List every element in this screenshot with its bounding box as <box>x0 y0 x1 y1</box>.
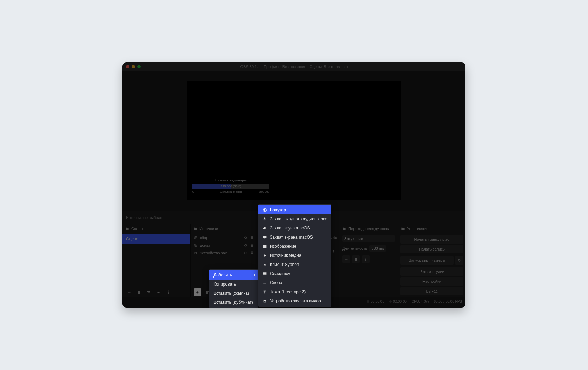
start-record-button[interactable]: Начать запись <box>400 245 463 253</box>
eye-icon[interactable] <box>244 235 248 240</box>
svg-point-9 <box>365 259 366 260</box>
menu-text[interactable]: Текст (FreeType 2) <box>258 287 331 296</box>
menu-browser[interactable]: Браузер <box>258 205 331 214</box>
svg-point-0 <box>168 290 169 291</box>
donation-amount: 125 000 (50%) <box>220 185 241 188</box>
more-icon <box>364 257 368 261</box>
menu-audio-input[interactable]: Захват входного аудиопотока <box>258 214 331 224</box>
menu-image[interactable]: Изображение <box>258 242 331 251</box>
lock-icon[interactable] <box>250 235 254 240</box>
controls-header: Управление <box>398 224 465 234</box>
transitions-header: Переходы между сцена... <box>340 224 398 234</box>
donation-widget: На новую видеокарту 125 000 (50%) 0 Оста… <box>192 179 270 193</box>
lock-icon[interactable] <box>250 243 254 247</box>
donation-days: Осталось 8 дней <box>192 190 270 193</box>
menu-media[interactable]: Источник медиа <box>258 251 331 260</box>
no-source-label: Источник не выбран <box>126 215 162 220</box>
monitor-icon <box>262 235 267 240</box>
trash-icon <box>137 290 141 294</box>
eye-icon[interactable] <box>244 243 248 247</box>
preview-canvas[interactable]: На новую видеокарту 125 000 (50%) 0 Оста… <box>187 81 401 200</box>
status-cpu: CPU: 4.3% <box>412 300 429 303</box>
scenes-header: Сцены <box>122 224 190 234</box>
add-scene-button[interactable] <box>125 288 133 296</box>
studio-mode-button[interactable]: Режим студии <box>400 267 463 276</box>
lock-icon[interactable] <box>250 251 254 255</box>
remove-transition-button[interactable] <box>352 255 360 263</box>
filter-icon <box>147 290 151 294</box>
trash-icon <box>354 257 358 261</box>
svg-point-1 <box>168 292 169 293</box>
duration-input[interactable]: 300 ms <box>369 245 386 252</box>
link-icon <box>262 262 267 267</box>
menu-syphon[interactable]: Клиент Syphon <box>258 260 331 269</box>
globe-icon <box>262 208 267 212</box>
source-item[interactable]: Устройство зах <box>191 249 257 257</box>
play-icon <box>262 253 267 258</box>
svg-point-8 <box>365 258 366 259</box>
vcam-settings-button[interactable] <box>455 256 463 265</box>
eye-off-icon[interactable] <box>244 251 248 255</box>
svg-point-6 <box>333 251 334 252</box>
move-up-button[interactable] <box>155 288 162 296</box>
microphone-icon <box>262 217 267 221</box>
transition-more-button[interactable] <box>362 255 370 263</box>
db-label: 0 dB <box>330 236 337 239</box>
status-fps: 60.00 / 60.00 FPS <box>434 300 462 303</box>
add-transition-button[interactable] <box>342 255 350 263</box>
globe-icon <box>194 235 198 240</box>
plus-icon <box>195 290 200 294</box>
menu-audio-macos[interactable]: Захват звука macOS <box>258 224 331 233</box>
exit-button[interactable]: Выход <box>400 287 463 295</box>
controls-body: Начать трансляцию Начать запись Запуск в… <box>398 234 465 297</box>
menu-slideshow[interactable]: Слайдшоу <box>258 269 331 278</box>
dock-icon <box>194 227 197 231</box>
svg-point-5 <box>333 250 334 251</box>
status-live: 00:00:00 <box>367 300 384 303</box>
scenes-dock: Сцены Сцена <box>122 224 191 297</box>
menu-video-capture[interactable]: Устройство захвата видео <box>258 296 331 306</box>
camera-icon <box>194 251 198 255</box>
dock-icon <box>125 227 129 231</box>
globe-icon <box>194 243 198 247</box>
menu-paste-ref[interactable]: Вставить (ссылка) <box>209 289 258 298</box>
plus-icon <box>127 290 131 294</box>
image-icon <box>262 244 267 249</box>
settings-button[interactable]: Настройки <box>400 277 463 286</box>
submenu-arrow-icon <box>254 274 255 276</box>
start-vcam-button[interactable]: Запуск вирт. камеры <box>400 256 454 265</box>
dock-icon <box>342 227 346 231</box>
list-icon <box>262 281 267 285</box>
start-stream-button[interactable]: Начать трансляцию <box>400 235 463 244</box>
add-source-submenu: Браузер Захват входного аудиопотока Захв… <box>258 204 331 307</box>
plus-icon <box>344 257 348 261</box>
transition-select[interactable]: Затухание <box>340 234 398 244</box>
menu-paste-dup[interactable]: Вставить (дубликат) <box>209 298 258 307</box>
transition-duration: Длительность 300 ms <box>340 244 398 253</box>
scene-filter-button[interactable] <box>145 288 153 296</box>
obs-window: OBS 30.1.1 - Профиль: Без названия - Сце… <box>122 62 465 308</box>
dock-icon <box>401 227 405 231</box>
svg-point-2 <box>168 293 169 294</box>
camera-icon <box>262 299 267 303</box>
sources-header: Источники <box>191 224 257 234</box>
menu-screen-macos[interactable]: Захват экрана macOS <box>258 233 331 242</box>
transitions-dock: Переходы между сцена... Затухание Длител… <box>340 224 398 297</box>
chevron-up-icon <box>156 290 161 294</box>
source-item[interactable]: донат <box>191 241 257 249</box>
add-source-button[interactable] <box>194 288 201 296</box>
more-icon <box>331 249 335 254</box>
remove-scene-button[interactable] <box>135 288 143 296</box>
source-item[interactable]: сбор <box>191 234 257 241</box>
donation-title: На новую видеокарту <box>192 179 270 182</box>
scene-more-button[interactable] <box>164 288 172 296</box>
scene-item[interactable]: Сцена <box>122 234 190 244</box>
donation-progress: 125 000 (50%) <box>192 184 270 189</box>
donation-footer: 0 Осталось 8 дней 250 000 <box>192 190 270 193</box>
menu-copy[interactable]: Копировать <box>209 280 258 289</box>
transitions-body: Затухание Длительность 300 ms <box>340 234 398 297</box>
menu-add[interactable]: Добавить <box>209 270 258 280</box>
scenes-list[interactable]: Сцена <box>122 234 190 287</box>
menu-scene[interactable]: Сцена <box>258 278 331 287</box>
svg-point-7 <box>333 253 334 253</box>
